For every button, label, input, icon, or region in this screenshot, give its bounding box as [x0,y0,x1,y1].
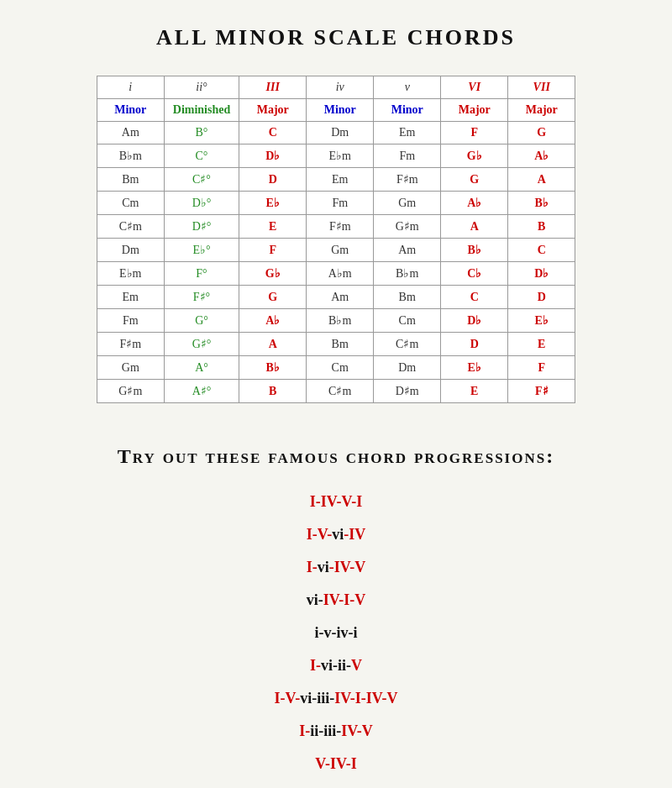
table-cell: C° [164,144,239,168]
table-cell: A [239,333,307,356]
table-cell: F [441,122,508,144]
table-cell: C♯m [307,380,374,403]
table-row: GmA°B♭CmDmE♭F [97,356,575,380]
table-cell: A° [164,356,239,380]
table-cell: E♭ [239,192,307,215]
page-title: All Minor Scale Chords [34,25,638,50]
table-cell: D [441,333,508,356]
table-cell: F° [164,262,239,286]
table-cell: G♯m [97,380,164,403]
col-header-v: v [374,76,441,99]
table-cell: D [508,286,575,309]
table-cell: E [441,380,508,403]
table-cell: Am [374,239,441,262]
col-header-iii: III [239,76,307,99]
progressions-title: Try out these famous chord progressions: [34,445,638,468]
label-minor-i: Minor [97,99,164,122]
label-minor-v: Minor [374,99,441,122]
table-cell: A [508,168,575,192]
label-major-vii: Major [508,99,575,122]
chord-table-body: AmB°CDmEmFGB♭mC°D♭E♭mFmG♭A♭BmC♯°DEmF♯mGA… [97,122,575,403]
table-cell: F♯ [508,380,575,403]
table-cell: Cm [97,192,164,215]
table-cell: A♭ [441,192,508,215]
table-header-row1: i ii° III iv v VI VII [97,76,575,99]
table-cell: F [239,239,307,262]
table-cell: C♯m [97,215,164,239]
table-cell: Em [307,168,374,192]
table-cell: D♭° [164,192,239,215]
table-cell: B♭m [307,309,374,333]
table-cell: F♯° [164,286,239,309]
table-cell: Bm [307,333,374,356]
table-cell: E [239,215,307,239]
progression-item: I-IV-V-I [310,493,362,511]
progression-item: vi-IV-I-V [307,591,366,609]
table-row: F♯mG♯°ABmC♯mDE [97,333,575,356]
label-minor-iv: Minor [307,99,374,122]
table-cell: B [508,215,575,239]
table-cell: A♯° [164,380,239,403]
table-cell: F♯m [97,333,164,356]
table-cell: Am [97,122,164,144]
table-cell: A [441,215,508,239]
table-cell: Fm [374,144,441,168]
table-cell: Bm [97,168,164,192]
table-row: BmC♯°DEmF♯mGA [97,168,575,192]
col-header-iv: iv [307,76,374,99]
col-header-ii: ii° [164,76,239,99]
table-cell: F♯m [307,215,374,239]
progression-item: I-vi-IV-V [307,559,366,576]
table-row: C♯mD♯°EF♯mG♯mAB [97,215,575,239]
table-cell: Fm [97,309,164,333]
progression-item: I-ii-iii-IV-V [299,722,373,740]
chord-table: i ii° III iv v VI VII Minor Diminished M… [97,76,575,403]
col-header-i: i [97,76,164,99]
table-cell: G [239,286,307,309]
table-cell: E♭° [164,239,239,262]
table-cell: Gm [307,239,374,262]
table-cell: G♯m [374,215,441,239]
table-cell: B♭m [97,144,164,168]
table-cell: Em [97,286,164,309]
col-header-vi: VI [441,76,508,99]
table-row: DmE♭°FGmAmB♭C [97,239,575,262]
table-cell: B [239,380,307,403]
progression-item: I-V-vi-iii-IV-I-IV-V [275,690,398,707]
table-cell: C♯m [374,333,441,356]
table-cell: D♭ [441,309,508,333]
table-cell: D♯m [374,380,441,403]
table-cell: E♭ [441,356,508,380]
table-cell: D♭ [508,262,575,286]
table-cell: D [239,168,307,192]
table-cell: Em [374,122,441,144]
table-cell: B♭ [441,239,508,262]
table-cell: Bm [374,286,441,309]
table-cell: Dm [97,239,164,262]
table-cell: C♭ [441,262,508,286]
table-row: CmD♭°E♭FmGmA♭B♭ [97,192,575,215]
table-header-row2: Minor Diminished Major Minor Minor Major… [97,99,575,122]
table-cell: C♯° [164,168,239,192]
table-cell: E♭m [97,262,164,286]
table-cell: G° [164,309,239,333]
table-cell: F [508,356,575,380]
table-cell: B♭m [374,262,441,286]
table-cell: Gm [97,356,164,380]
progression-item: V-IV-I [315,755,356,773]
table-row: B♭mC°D♭E♭mFmG♭A♭ [97,144,575,168]
table-row: E♭mF°G♭A♭mB♭mC♭D♭ [97,262,575,286]
table-cell: F♯m [374,168,441,192]
table-cell: G♯° [164,333,239,356]
table-cell: B♭ [508,192,575,215]
table-cell: C [508,239,575,262]
table-cell: Dm [374,356,441,380]
table-cell: B° [164,122,239,144]
table-cell: C [239,122,307,144]
table-row: FmG°A♭B♭mCmD♭E♭ [97,309,575,333]
table-cell: A♭ [508,144,575,168]
table-cell: A♭m [307,262,374,286]
table-cell: Gm [374,192,441,215]
table-cell: E [508,333,575,356]
table-cell: G♭ [441,144,508,168]
